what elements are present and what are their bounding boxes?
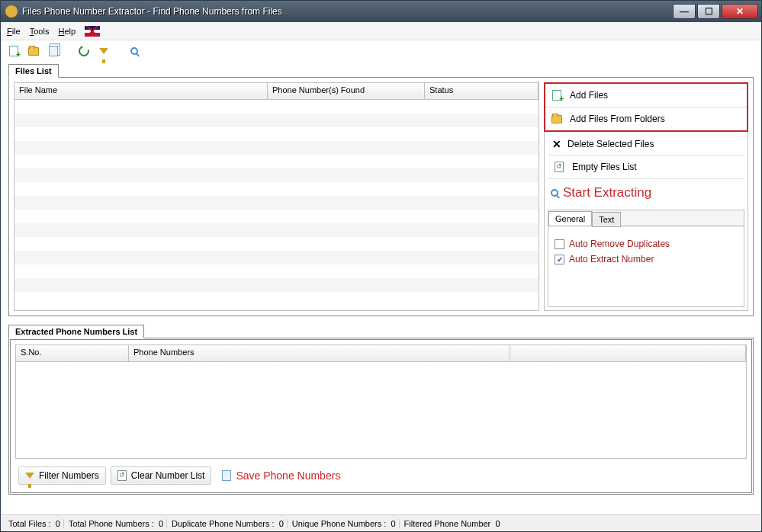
minimize-button[interactable]: —: [673, 4, 696, 19]
delete-selected-button[interactable]: ✕ Delete Selected Files: [548, 133, 744, 155]
titlebar: Files Phone Number Extractor - Find Phon…: [1, 1, 761, 22]
add-files-button[interactable]: Add Files: [545, 84, 747, 107]
files-table-body[interactable]: [14, 100, 539, 310]
col-spacer: [510, 345, 746, 361]
auto-extract-number-checkbox[interactable]: ✔ Auto Extract Number: [555, 254, 738, 264]
extracted-table-body[interactable]: [16, 362, 746, 458]
empty-files-list-button[interactable]: Empty Files List: [548, 155, 744, 179]
search-icon[interactable]: [127, 44, 141, 58]
auto-remove-duplicates-checkbox[interactable]: Auto Remove Duplicates: [555, 239, 738, 249]
clear-icon: [117, 470, 127, 481]
extracted-group: S.No. Phone Numbers Filter Numbers Clear…: [8, 338, 754, 495]
statusbar: Total Files : 0 Total Phone Numbers : 0 …: [1, 514, 761, 531]
app-window: Files Phone Number Extractor - Find Phon…: [0, 0, 762, 532]
refresh-icon[interactable]: [77, 44, 91, 58]
status-unique: Unique Phone Numbers : 0: [289, 519, 400, 528]
search-icon: [551, 189, 558, 197]
status-filtered: Filtered Phone Number 0: [401, 519, 503, 528]
start-extracting-button[interactable]: Start Extracting: [548, 179, 744, 207]
menu-file[interactable]: File: [7, 27, 21, 36]
highlighted-actions: Add Files Add Files From Folders: [544, 82, 748, 132]
window-title: Files Phone Number Extractor - Find Phon…: [22, 6, 671, 17]
save-phone-numbers-button[interactable]: Save Phone Numbers: [216, 466, 346, 485]
col-status[interactable]: Status: [425, 83, 539, 99]
x-icon: ✕: [552, 138, 561, 150]
checkbox-icon: [555, 239, 564, 249]
status-total-files: Total Files : 0: [5, 519, 64, 528]
language-flag-icon[interactable]: [85, 26, 100, 37]
col-phone-found[interactable]: Phone Number(s) Found: [268, 83, 425, 99]
folder-icon: [550, 112, 564, 126]
funnel-icon: [25, 473, 34, 479]
maximize-button[interactable]: ☐: [697, 4, 720, 19]
add-file-icon[interactable]: [7, 44, 21, 58]
col-sno[interactable]: S.No.: [16, 345, 129, 361]
extracted-list-tab[interactable]: Extracted Phone Numbers List: [8, 325, 144, 338]
add-files-icon: [550, 88, 564, 102]
filter-icon[interactable]: [97, 44, 111, 58]
menu-help[interactable]: Help: [58, 27, 76, 36]
add-files-from-folders-button[interactable]: Add Files From Folders: [545, 107, 747, 130]
add-folder-icon[interactable]: [27, 44, 40, 58]
files-table: File Name Phone Number(s) Found Status: [14, 82, 539, 311]
menubar: File Tools Help: [1, 22, 761, 40]
extracted-table: S.No. Phone Numbers: [15, 345, 747, 459]
tab-text[interactable]: Text: [592, 212, 621, 227]
side-actions-panel: Add Files Add Files From Folders ✕ Delet…: [544, 82, 748, 311]
toolbar: [1, 40, 761, 62]
empty-list-icon: [552, 160, 566, 174]
options-tabs: General Text Auto Remove Duplicates ✔ Au…: [548, 210, 744, 307]
app-icon: [5, 5, 18, 18]
files-list-group: File Name Phone Number(s) Found Status A…: [8, 77, 754, 316]
menu-tools[interactable]: Tools: [30, 27, 50, 36]
files-list-tab[interactable]: Files List: [8, 64, 59, 78]
close-button[interactable]: ✕: [722, 4, 758, 19]
col-filename[interactable]: File Name: [14, 83, 268, 99]
checkbox-checked-icon: ✔: [555, 255, 564, 264]
copy-icon[interactable]: [47, 44, 60, 58]
clear-number-list-button[interactable]: Clear Number List: [111, 466, 212, 485]
filter-numbers-button[interactable]: Filter Numbers: [18, 466, 106, 485]
tab-general[interactable]: General: [548, 211, 592, 226]
status-duplicate: Duplicate Phone Numbers : 0: [169, 519, 288, 528]
save-icon: [222, 470, 231, 481]
col-phone-numbers[interactable]: Phone Numbers: [129, 345, 510, 361]
status-total-phone: Total Phone Numbers : 0: [66, 519, 167, 528]
